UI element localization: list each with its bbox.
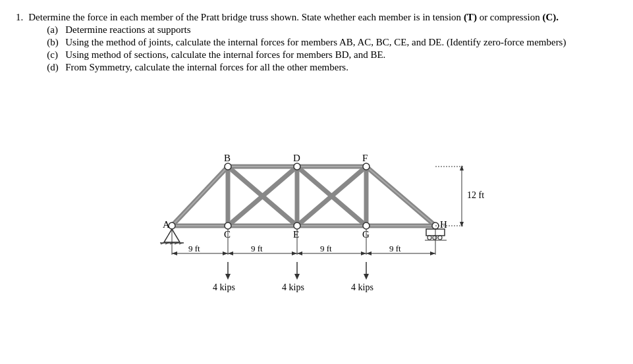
sub-item-a: (a) Determine reactions at supports: [47, 24, 566, 36]
load-arrow-C-head: [225, 274, 231, 280]
label-D: D: [293, 153, 300, 163]
sub-items: (a) Determine reactions at supports (b) …: [47, 24, 566, 73]
compression-C: (C).: [542, 12, 559, 22]
node-G: [363, 222, 370, 229]
text-b: Using the method of joints, calculate th…: [65, 37, 566, 48]
load-arrow-E-head: [294, 274, 300, 280]
support-H-wheel1: [427, 236, 431, 240]
label-c: (c): [47, 49, 61, 61]
problem-number-row: 1. Determine the force in each member of…: [16, 12, 582, 73]
label-a: (a): [47, 24, 61, 36]
height-label: 12 ft: [467, 190, 484, 200]
node-E: [294, 222, 300, 229]
diagram-area: A B C D E F G H 12 ft: [16, 88, 617, 298]
spacing-arrow-4L: [366, 251, 372, 255]
spacing-arrow-3L: [297, 251, 302, 255]
height-arrow-top: [460, 165, 464, 170]
load-label-G: 4 kips: [351, 282, 373, 292]
spacing-arrow-2R: [292, 251, 297, 255]
height-arrow-bottom: [460, 222, 464, 227]
spacing-arrow-4R: [430, 251, 435, 255]
spacing-arrow-3R: [361, 251, 366, 255]
spacing-label-2: 9 ft: [251, 244, 263, 253]
sub-item-d: (d) From Symmetry, calculate the interna…: [47, 62, 566, 73]
node-D: [294, 163, 300, 170]
tension-T: (T): [464, 12, 477, 22]
spacing-arrow-1L: [172, 251, 177, 255]
label-A: A: [163, 219, 170, 230]
spacing-arrow-1R: [223, 251, 228, 255]
spacing-label-1: 9 ft: [188, 244, 200, 253]
spacing-arrow-2L: [228, 251, 233, 255]
truss-diagram: A B C D E F G H 12 ft: [86, 88, 547, 298]
support-H-wheel3: [438, 236, 442, 240]
or-text: or compression: [477, 12, 543, 22]
label-b: (b): [47, 37, 61, 48]
top-right-outline: [366, 167, 435, 226]
label-H: H: [440, 219, 447, 230]
node-B: [225, 163, 231, 170]
load-arrow-G-head: [364, 274, 369, 280]
sub-item-b: (b) Using the method of joints, calculat…: [47, 37, 566, 48]
spacing-label-4: 9 ft: [389, 244, 401, 253]
support-H-wheel2: [433, 236, 437, 240]
sub-item-c: (c) Using method of sections, calculate …: [47, 49, 566, 61]
label-d: (d): [47, 62, 61, 73]
text-d: From Symmetry, calculate the internal fo…: [65, 62, 566, 73]
node-C: [225, 222, 231, 229]
spacing-label-3: 9 ft: [320, 244, 332, 253]
main-text-part1: Determine the force in each member of th…: [28, 12, 464, 22]
problem-container: 1. Determine the force in each member of…: [16, 12, 582, 73]
text-c: Using method of sections, calculate the …: [65, 49, 566, 61]
text-a: Determine reactions at supports: [65, 24, 566, 36]
load-label-C: 4 kips: [213, 282, 235, 292]
label-F: F: [362, 153, 368, 163]
top-left-outline: [172, 167, 228, 226]
problem-main-text: Determine the force in each member of th…: [28, 12, 566, 73]
label-C: C: [224, 229, 231, 240]
label-B: B: [224, 153, 231, 163]
load-label-E: 4 kips: [282, 282, 304, 292]
problem-number: 1.: [16, 12, 23, 73]
label-E: E: [293, 229, 299, 240]
node-F: [363, 163, 370, 170]
